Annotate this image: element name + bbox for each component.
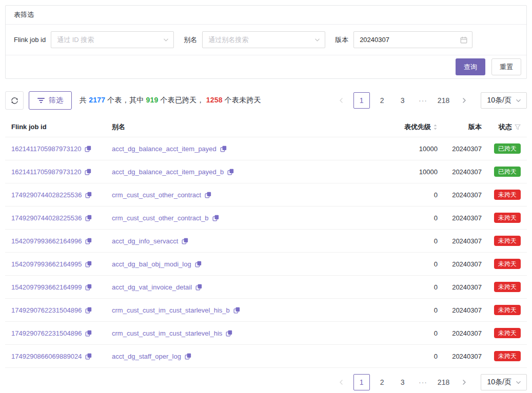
copy-icon[interactable] [227, 169, 234, 175]
chevron-right-icon [462, 379, 467, 385]
alias-link[interactable]: crm_cust_cust_im_cust_starlevel_his_b [112, 306, 230, 314]
version-cell: 20240307 [438, 306, 482, 314]
copy-icon[interactable] [185, 353, 191, 360]
column-header-priority[interactable]: 表优先级 [371, 122, 438, 132]
status-badge: 未跨天 [494, 305, 521, 315]
version-cell: 20240307 [438, 191, 482, 199]
filter-card-title: 表筛选 [6, 6, 526, 25]
status-cell: 未跨天 [482, 328, 521, 338]
flink-job-id-link[interactable]: 1542097993662164995 [11, 260, 82, 268]
filter-card: 表筛选 Flink job id 别名 版本 [5, 5, 527, 79]
status-badge: 未跨天 [494, 282, 521, 292]
summary-text: 个表未跨天 [223, 96, 261, 104]
flink-job-id-link[interactable]: 1542097993662164996 [11, 237, 82, 245]
page-button-3[interactable]: 3 [395, 374, 411, 390]
pagination-ellipsis[interactable]: ··· [415, 92, 431, 109]
flink-job-id-link[interactable]: 1749290744028225536 [11, 214, 82, 222]
page-button-2[interactable]: 2 [374, 92, 390, 109]
alias-link[interactable]: crm_cust_cust_other_contract [112, 191, 201, 199]
alias-select[interactable] [202, 31, 325, 48]
version-date-picker[interactable] [353, 31, 472, 48]
version-input[interactable] [354, 32, 472, 48]
alias-link[interactable]: acct_dg_vat_invoice_detail [112, 283, 192, 291]
page-button-3[interactable]: 3 [395, 92, 411, 109]
copy-icon[interactable] [85, 307, 92, 314]
status-cell: 已跨天 [482, 167, 521, 177]
alias-label: 别名 [184, 35, 197, 45]
flink-job-id-link[interactable]: 1621411705987973120 [11, 168, 81, 176]
summary-text: 共 [80, 96, 89, 104]
status-badge: 已跨天 [494, 143, 521, 154]
alias-link[interactable]: acct_dg_info_servacct [112, 237, 178, 245]
page-button-1[interactable]: 1 [353, 374, 370, 390]
copy-icon[interactable] [220, 146, 227, 152]
page-button-1[interactable]: 1 [353, 92, 370, 109]
copy-icon[interactable] [85, 192, 92, 198]
alias-link[interactable]: acct_dg_balance_acct_item_payed_b [112, 168, 224, 176]
copy-icon[interactable] [85, 146, 91, 152]
priority-cell: 0 [371, 260, 438, 268]
flink-job-id-cell: 1542097993662164996 [11, 237, 112, 245]
alias-input[interactable] [203, 32, 325, 48]
status-cell: 未跨天 [482, 282, 521, 292]
page-size-select[interactable]: 10条/页 [481, 92, 527, 109]
alias-link[interactable]: crm_cust_cust_im_cust_starlevel_his [112, 329, 222, 337]
page-size-select[interactable]: 10条/页 [481, 374, 527, 390]
flink-job-id-link[interactable]: 1749290762231504896 [11, 329, 82, 337]
search-button[interactable]: 查询 [456, 58, 485, 75]
reset-button[interactable]: 重置 [491, 58, 521, 75]
flink-job-id-link[interactable]: 1621411705987973120 [11, 145, 81, 153]
table-row: 1621411705987973120 acct_dg_balance_acct… [5, 137, 527, 160]
filter-button[interactable]: 筛选 [29, 91, 72, 110]
copy-icon[interactable] [85, 353, 92, 360]
page-button-218[interactable]: 218 [436, 92, 452, 109]
alias-cell: acct_dg_balance_acct_item_payed [112, 145, 371, 153]
copy-icon[interactable] [85, 330, 92, 337]
copy-icon[interactable] [226, 330, 232, 337]
alias-link[interactable]: acct_dg_staff_oper_log [112, 353, 181, 360]
next-page-button[interactable] [456, 92, 472, 109]
copy-icon[interactable] [195, 261, 202, 267]
chevron-down-icon [516, 98, 521, 104]
refresh-button[interactable] [5, 91, 24, 110]
page-button-2[interactable]: 2 [374, 374, 390, 390]
flink-job-id-cell: 1749290744028225536 [11, 191, 112, 199]
sorter-icon[interactable] [433, 123, 438, 131]
copy-icon[interactable] [85, 215, 92, 221]
status-badge: 未跨天 [494, 259, 521, 269]
status-badge: 未跨天 [494, 213, 521, 223]
column-filter-funnel-icon[interactable] [515, 124, 521, 130]
filter-item-alias: 别名 [184, 31, 325, 48]
copy-icon[interactable] [85, 169, 91, 175]
table-row: 1749290744028225536 crm_cust_cust_other_… [5, 183, 527, 206]
flink-job-id-cell: 1542097993662164999 [11, 283, 112, 291]
pagination-ellipsis[interactable]: ··· [415, 374, 431, 390]
flink-job-id-cell: 1749290866069889024 [11, 353, 112, 360]
next-page-button[interactable] [456, 374, 472, 390]
copy-icon[interactable] [85, 261, 92, 267]
copy-icon[interactable] [233, 307, 240, 314]
page-button-218[interactable]: 218 [436, 374, 452, 390]
copy-icon[interactable] [182, 238, 188, 244]
priority-cell: 0 [371, 214, 438, 222]
copy-icon[interactable] [195, 284, 202, 291]
flink-job-id-link[interactable]: 1749290744028225536 [11, 191, 82, 199]
table-header-row: Flink job id 别名 表优先级 版本 状态 [5, 117, 527, 137]
copy-icon[interactable] [85, 284, 92, 291]
flink-job-id-input[interactable] [51, 32, 173, 48]
flink-job-id-link[interactable]: 1542097993662164999 [11, 283, 82, 291]
copy-icon[interactable] [212, 215, 219, 221]
flink-job-id-select[interactable] [51, 31, 174, 48]
flink-job-id-link[interactable]: 1749290762231504896 [11, 306, 82, 314]
alias-link[interactable]: acct_dg_bal_obj_modi_log [112, 260, 191, 268]
copy-icon[interactable] [85, 238, 92, 244]
version-cell: 20240307 [438, 237, 482, 245]
status-cell: 未跨天 [482, 213, 521, 223]
priority-cell: 0 [371, 237, 438, 245]
alias-link[interactable]: acct_dg_balance_acct_item_payed [112, 145, 216, 153]
table-row: 1542097993662164999 acct_dg_vat_invoice_… [5, 276, 527, 299]
copy-icon[interactable] [205, 192, 211, 198]
priority-header-label: 表优先级 [404, 122, 431, 132]
flink-job-id-link[interactable]: 1749290866069889024 [11, 353, 82, 360]
alias-link[interactable]: crm_cust_cust_other_contract_b [112, 214, 209, 222]
